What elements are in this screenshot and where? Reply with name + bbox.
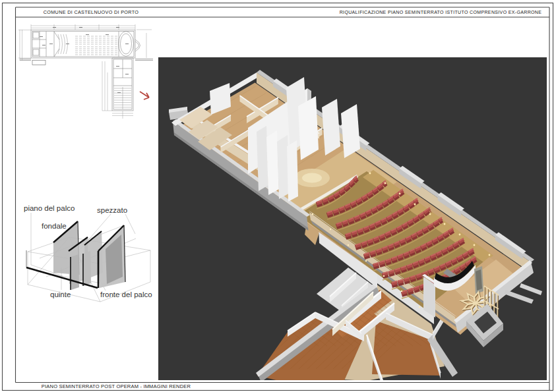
- svg-text:PIANO SEMINTERRATO POST OPERAM: PIANO SEMINTERRATO POST OPERAM - IMMAGIN…: [42, 383, 191, 389]
- svg-text:RIQUALIFICAZIONE PIANO SEMINTE: RIQUALIFICAZIONE PIANO SEMINTERRATO ISTI…: [340, 10, 542, 15]
- svg-text:piano del palco: piano del palco: [24, 204, 75, 212]
- svg-text:quinte: quinte: [50, 291, 71, 298]
- svg-text:spezzato: spezzato: [97, 206, 127, 214]
- svg-text:COMUNE DI CASTELNUOVO DI PORTO: COMUNE DI CASTELNUOVO DI PORTO: [44, 9, 139, 15]
- svg-text:fondale: fondale: [42, 222, 67, 230]
- svg-text:fronte del palco: fronte del palco: [100, 291, 152, 298]
